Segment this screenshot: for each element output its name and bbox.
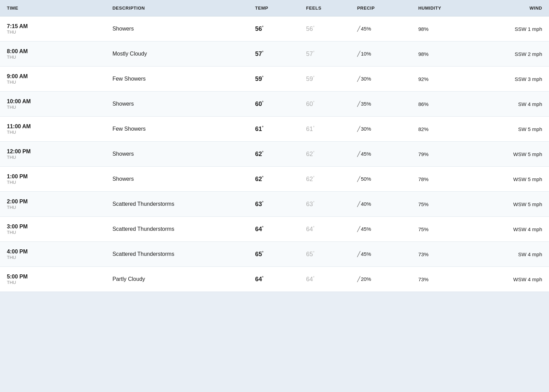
feels-cell: 63° [299, 192, 350, 217]
precip-cell: ╱35% [350, 92, 411, 117]
time-cell: 10:00 AMTHU [0, 92, 82, 117]
humidity-cell: 73% [411, 242, 472, 267]
precip-icon: ╱ [357, 251, 360, 257]
precip-cell: ╱30% [350, 117, 411, 142]
weather-table-container: TIME DESCRIPTION TEMP FEELS PRECIP HUMID… [0, 0, 549, 292]
precip-cell: ╱50% [350, 167, 411, 192]
header-humidity: HUMIDITY [411, 0, 472, 16]
weather-icon-cell [82, 217, 106, 242]
precip-icon: ╱ [357, 276, 360, 282]
description-cell: Showers [106, 167, 248, 192]
temp-cell: 61° [248, 117, 300, 142]
time-cell: 12:00 PMTHU [0, 142, 82, 167]
table-row: 12:00 PMTHU Showers62°62°╱45%79%WSW 5 mp… [0, 142, 549, 167]
header-wind: WIND [472, 0, 549, 16]
wind-cell: WSW 5 mph [472, 167, 549, 192]
time-value: 2:00 PM [7, 199, 75, 205]
time-value: 11:00 AM [7, 123, 75, 130]
description-cell: Few Showers [106, 67, 248, 92]
weather-icon-cell [82, 242, 106, 267]
temp-cell: 65° [248, 242, 300, 267]
feels-cell: 65° [299, 242, 350, 267]
humidity-cell: 86% [411, 92, 472, 117]
table-row: 1:00 PMTHU Showers62°62°╱50%78%WSW 5 mph [0, 167, 549, 192]
weather-table: TIME DESCRIPTION TEMP FEELS PRECIP HUMID… [0, 0, 549, 292]
temp-cell: 59° [248, 67, 300, 92]
weather-icon-cell [82, 117, 106, 142]
temp-cell: 57° [248, 41, 300, 67]
table-row: 4:00 PMTHU Scattered Thunderstorms65°65°… [0, 242, 549, 267]
weather-icon-cell [82, 41, 106, 67]
humidity-cell: 98% [411, 41, 472, 67]
table-row: 5:00 PMTHU Partly Cloudy64°64°╱20%73%WSW… [0, 267, 549, 292]
precip-cell: ╱45% [350, 16, 411, 41]
wind-cell: SSW 3 mph [472, 67, 549, 92]
table-row: 11:00 AMTHU Few Showers61°61°╱30%82%SW 5… [0, 117, 549, 142]
time-cell: 9:00 AMTHU [0, 67, 82, 92]
humidity-cell: 82% [411, 117, 472, 142]
precip-cell: ╱45% [350, 142, 411, 167]
feels-cell: 60° [299, 92, 350, 117]
description-cell: Showers [106, 92, 248, 117]
precip-cell: ╱45% [350, 242, 411, 267]
description-cell: Scattered Thunderstorms [106, 242, 248, 267]
time-cell: 7:15 AMTHU [0, 16, 82, 41]
table-row: 10:00 AMTHU Showers60°60°╱35%86%SW 4 mph [0, 92, 549, 117]
humidity-cell: 79% [411, 142, 472, 167]
feels-cell: 62° [299, 142, 350, 167]
temp-cell: 62° [248, 142, 300, 167]
feels-cell: 59° [299, 67, 350, 92]
description-cell: Mostly Cloudy [106, 41, 248, 67]
feels-cell: 61° [299, 117, 350, 142]
day-value: THU [7, 155, 75, 160]
weather-icon-cell [82, 16, 106, 41]
humidity-cell: 75% [411, 217, 472, 242]
header-time: TIME [0, 0, 106, 16]
wind-cell: SW 5 mph [472, 117, 549, 142]
precip-icon: ╱ [357, 151, 360, 157]
day-value: THU [7, 205, 75, 210]
description-cell: Scattered Thunderstorms [106, 192, 248, 217]
time-value: 5:00 PM [7, 274, 75, 280]
day-value: THU [7, 55, 75, 60]
precip-cell: ╱20% [350, 267, 411, 292]
humidity-cell: 92% [411, 67, 472, 92]
table-row: 3:00 PMTHU Scattered Thunderstorms64°64°… [0, 217, 549, 242]
table-row: 8:00 AMTHU Mostly Cloudy57°57°╱10%98%SSW… [0, 41, 549, 67]
temp-cell: 60° [248, 92, 300, 117]
precip-icon: ╱ [357, 26, 360, 32]
feels-cell: 57° [299, 41, 350, 67]
wind-cell: SSW 1 mph [472, 16, 549, 41]
humidity-cell: 98% [411, 16, 472, 41]
day-value: THU [7, 280, 75, 285]
humidity-cell: 78% [411, 167, 472, 192]
temp-cell: 64° [248, 267, 300, 292]
humidity-cell: 73% [411, 267, 472, 292]
temp-cell: 63° [248, 192, 300, 217]
time-cell: 11:00 AMTHU [0, 117, 82, 142]
time-value: 7:15 AM [7, 23, 75, 29]
feels-cell: 62° [299, 167, 350, 192]
day-value: THU [7, 29, 75, 35]
time-cell: 1:00 PMTHU [0, 167, 82, 192]
precip-icon: ╱ [357, 176, 360, 182]
day-value: THU [7, 105, 75, 110]
temp-cell: 56° [248, 16, 300, 41]
temp-cell: 64° [248, 217, 300, 242]
weather-icon-cell [82, 267, 106, 292]
precip-cell: ╱40% [350, 192, 411, 217]
feels-cell: 56° [299, 16, 350, 41]
time-cell: 3:00 PMTHU [0, 217, 82, 242]
weather-icon-cell [82, 192, 106, 217]
weather-icon-cell [82, 142, 106, 167]
feels-cell: 64° [299, 267, 350, 292]
time-value: 3:00 PM [7, 224, 75, 230]
humidity-cell: 75% [411, 192, 472, 217]
time-value: 8:00 AM [7, 48, 75, 55]
wind-cell: WSW 5 mph [472, 142, 549, 167]
table-row: 2:00 PMTHU Scattered Thunderstorms63°63°… [0, 192, 549, 217]
weather-icon-cell [82, 167, 106, 192]
time-value: 12:00 PM [7, 149, 75, 155]
precip-cell: ╱30% [350, 67, 411, 92]
precip-icon: ╱ [357, 226, 360, 232]
